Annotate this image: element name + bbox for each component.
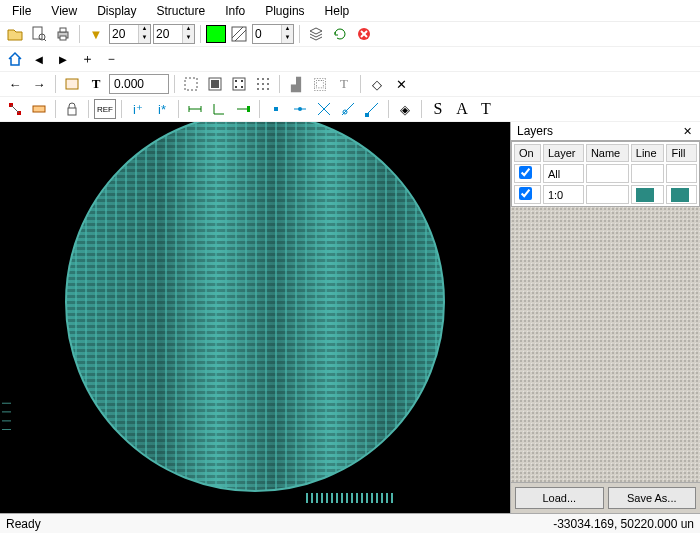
measure-h-icon[interactable] [184,99,206,119]
group-tool-icon[interactable]: ⿴ [309,74,331,94]
layer-fill-swatch[interactable] [666,185,697,204]
close-icon[interactable]: ✕ [680,124,694,138]
svg-rect-0 [33,27,42,39]
zoom-in-icon[interactable]: ＋ [76,49,98,69]
nav-right-icon[interactable]: ► [52,49,74,69]
svg-rect-12 [66,79,78,89]
save-as-button[interactable]: Save As... [608,487,697,509]
snap-point-icon[interactable] [265,99,287,119]
open-icon[interactable] [4,24,26,44]
a-tool-icon[interactable]: A [451,99,473,119]
info-plus-icon[interactable]: i⁺ [127,99,149,119]
filter-icon[interactable]: ▼ [85,24,107,44]
menu-structure[interactable]: Structure [149,2,214,20]
layer-spinbox[interactable]: ▲▼ [252,24,294,44]
layer-visible-checkbox[interactable] [519,187,532,200]
select-filled-icon[interactable] [204,74,226,94]
col-on[interactable]: On [514,144,541,162]
menu-info[interactable]: Info [217,2,253,20]
col-layer[interactable]: Layer [543,144,584,162]
snap-cross-icon[interactable] [313,99,335,119]
col-name[interactable]: Name [586,144,629,162]
measure-corner-icon[interactable] [208,99,230,119]
grid-y-spinbox[interactable]: ▲▼ [153,24,195,44]
svg-point-27 [257,88,259,90]
up-arrow-icon[interactable]: ▲ [182,25,194,34]
zoom-out-icon[interactable]: － [100,49,122,69]
edge-tool-icon[interactable] [28,99,50,119]
svg-rect-4 [60,28,66,32]
t-tool-icon[interactable]: T [475,99,497,119]
statusbar: Ready -33034.169, 50220.000 un [0,513,700,533]
up-arrow-icon[interactable]: ▲ [281,25,293,34]
layer-line-swatch[interactable] [631,164,665,183]
move-left-icon[interactable]: ← [4,74,26,94]
load-button[interactable]: Load... [515,487,604,509]
snap-end-icon[interactable] [361,99,383,119]
ref-icon[interactable]: REF [94,99,116,119]
print-preview-icon[interactable] [28,24,50,44]
menu-help[interactable]: Help [317,2,358,20]
layout-canvas[interactable]: | | | | [0,122,510,513]
svg-rect-33 [33,106,45,112]
svg-point-42 [298,107,302,111]
move-right-icon[interactable]: → [28,74,50,94]
axis-ticks: | | | | [2,402,12,433]
s-tool-icon[interactable]: S [427,99,449,119]
grid-x-input[interactable] [110,26,138,42]
table-row[interactable]: 1:0 [514,185,697,204]
print-icon[interactable] [52,24,74,44]
grid-x-spinbox[interactable]: ▲▼ [109,24,151,44]
layer-fill-swatch[interactable] [666,164,697,183]
coord-display[interactable]: 0.000 [109,74,169,94]
menu-display[interactable]: Display [89,2,144,20]
coordinates-display: -33034.169, 50220.000 un [553,517,694,531]
lock-icon[interactable] [61,99,83,119]
layer-input[interactable] [253,26,281,42]
cancel-icon[interactable] [353,24,375,44]
snap-mid-icon[interactable] [289,99,311,119]
svg-point-25 [262,83,264,85]
svg-point-22 [262,78,264,80]
measure-end-icon[interactable] [232,99,254,119]
menu-plugins[interactable]: Plugins [257,2,312,20]
up-arrow-icon[interactable]: ▲ [138,25,150,34]
col-line[interactable]: Line [631,144,665,162]
vertex-diamond-icon[interactable]: ◈ [394,99,416,119]
nav-left-icon[interactable]: ◄ [28,49,50,69]
menu-file[interactable]: File [4,2,39,20]
layers-stack-icon[interactable] [305,24,327,44]
svg-rect-5 [60,36,66,40]
down-arrow-icon[interactable]: ▼ [281,34,293,43]
down-arrow-icon[interactable]: ▼ [138,34,150,43]
layers-panel: Layers ✕ On Layer Name Line Fill All [510,122,700,513]
hatch-icon[interactable] [228,24,250,44]
text-align-icon[interactable]: T [333,74,355,94]
toolbar-row-2: ◄ ► ＋ － [0,47,700,72]
down-arrow-icon[interactable]: ▼ [182,34,194,43]
diamond-icon[interactable]: ◇ [366,74,388,94]
svg-point-19 [235,86,237,88]
layer-visible-checkbox[interactable] [519,166,532,179]
select-grid-icon[interactable] [252,74,274,94]
point-tool-icon[interactable] [4,99,26,119]
menu-view[interactable]: View [43,2,85,20]
table-row[interactable]: All [514,164,697,183]
align-tool-icon[interactable]: ▟ [285,74,307,94]
fill-color-swatch[interactable] [206,25,226,43]
refresh-icon[interactable] [329,24,351,44]
delete-icon[interactable]: ✕ [390,74,412,94]
grid-y-input[interactable] [154,26,182,42]
select-rect-icon[interactable] [180,74,202,94]
layers-table: On Layer Name Line Fill All 1:0 [511,141,700,207]
snap-edge-icon[interactable] [337,99,359,119]
text-tool-icon[interactable]: T [85,74,107,94]
svg-point-29 [267,88,269,90]
home-icon[interactable] [4,49,26,69]
layer-line-swatch[interactable] [631,185,665,204]
svg-line-8 [235,30,246,41]
info-star-icon[interactable]: i* [151,99,173,119]
col-fill[interactable]: Fill [666,144,697,162]
rect-tool-icon[interactable] [61,74,83,94]
select-dots-icon[interactable] [228,74,250,94]
